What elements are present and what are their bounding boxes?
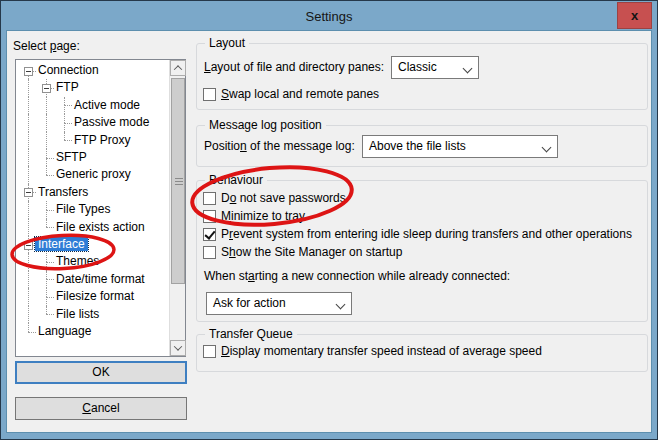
tree-item-passive-mode[interactable]: Passive mode bbox=[71, 115, 152, 129]
cancel-button-label: Cancel bbox=[82, 401, 119, 416]
tree-guide-line bbox=[46, 158, 47, 167]
tree-row-interface: Interface bbox=[16, 236, 169, 253]
show-site-manager-on-startup-label[interactable]: Show the Site Manager on startup bbox=[221, 245, 402, 260]
tree-row-file-exists-action: File exists action bbox=[16, 219, 169, 236]
tree-guide-line bbox=[46, 297, 47, 306]
swap-local-remote-label[interactable]: Swap local and remote panes bbox=[221, 87, 379, 102]
scrollbar-grip-icon bbox=[175, 181, 183, 182]
close-button[interactable]: x bbox=[617, 2, 652, 29]
scrollbar-thumb[interactable] bbox=[171, 78, 185, 284]
tree-guide-line bbox=[28, 79, 29, 96]
scroll-up-button[interactable] bbox=[170, 60, 186, 76]
tree-guide-line bbox=[46, 271, 47, 280]
tree-collapse-icon[interactable] bbox=[42, 84, 51, 93]
tree-item-connection[interactable]: Connection bbox=[35, 63, 102, 77]
tree-item-generic-proxy[interactable]: Generic proxy bbox=[53, 167, 134, 181]
display-momentary-speed-label[interactable]: Display momentary transfer speed instead… bbox=[221, 344, 542, 359]
tree-item-file-types[interactable]: File Types bbox=[53, 202, 113, 216]
tree-guide-line bbox=[46, 132, 47, 149]
tree-guide-line bbox=[64, 97, 65, 106]
message-log-position-combobox[interactable]: Above the file lists bbox=[362, 135, 558, 158]
tree-guide-line bbox=[46, 262, 47, 271]
window-title: Settings bbox=[306, 9, 353, 24]
tree-guide-line bbox=[46, 166, 47, 175]
tree-collapse-icon[interactable] bbox=[24, 241, 33, 250]
tree-item-interface[interactable]: Interface bbox=[35, 237, 88, 251]
tree-row-sftp: SFTP bbox=[16, 149, 169, 166]
panes-layout-label: Layout of file and directory panes: bbox=[204, 60, 384, 75]
tree-item-language[interactable]: Language bbox=[35, 324, 94, 338]
minimize-to-tray-label[interactable]: Minimize to tray bbox=[221, 209, 305, 224]
already-connected-action-combobox[interactable]: Ask for action bbox=[206, 292, 352, 315]
cancel-button[interactable]: Cancel bbox=[15, 397, 187, 420]
settings-dialog: Settings x Select page: ConnectionFTPAct… bbox=[0, 0, 658, 440]
show-site-manager-on-startup-checkbox[interactable] bbox=[203, 246, 216, 259]
tree-guide-line bbox=[28, 306, 29, 323]
page-tree[interactable]: ConnectionFTPActive modePassive modeFTP … bbox=[15, 59, 186, 357]
tree-collapse-icon[interactable] bbox=[24, 67, 33, 76]
tree-row-transfers: Transfers bbox=[16, 184, 169, 201]
tree-item-date-time-format[interactable]: Date/time format bbox=[53, 272, 148, 286]
tree-scrollbar[interactable] bbox=[169, 60, 185, 356]
already-connected-action-value: Ask for action bbox=[213, 296, 286, 311]
group-message-log-title: Message log position bbox=[205, 118, 326, 133]
tree-guide-line bbox=[46, 210, 47, 219]
ok-button[interactable]: OK bbox=[15, 361, 187, 384]
tree-row-passive-mode: Passive mode bbox=[16, 114, 169, 131]
tree-guide-line bbox=[28, 323, 29, 332]
tree-row-generic-proxy: Generic proxy bbox=[16, 166, 169, 183]
tree-item-ftp-proxy[interactable]: FTP Proxy bbox=[71, 133, 133, 147]
tree-item-sftp[interactable]: SFTP bbox=[53, 150, 90, 164]
do-not-save-passwords-label[interactable]: Do not save passwords bbox=[221, 191, 346, 206]
tree-item-file-exists-action[interactable]: File exists action bbox=[53, 220, 148, 234]
tree-guide-line bbox=[46, 253, 47, 262]
tree-guide-line bbox=[28, 114, 29, 131]
tree-guide-line bbox=[46, 149, 47, 158]
tree-guide-line bbox=[64, 105, 65, 114]
prevent-idle-sleep-checkbox[interactable] bbox=[203, 228, 216, 241]
tree-guide-line bbox=[28, 219, 29, 236]
tree-guide-line bbox=[46, 97, 47, 114]
tree-item-active-mode[interactable]: Active mode bbox=[71, 98, 143, 112]
group-transfer-queue-title: Transfer Queue bbox=[205, 327, 297, 342]
select-page-label: Select page: bbox=[13, 39, 80, 54]
chevron-down-icon bbox=[542, 143, 552, 153]
group-layout-title: Layout bbox=[205, 36, 249, 51]
tree-item-themes[interactable]: Themes bbox=[53, 254, 102, 268]
panes-layout-value: Classic bbox=[398, 60, 437, 75]
do-not-save-passwords-checkbox[interactable] bbox=[203, 192, 216, 205]
group-behaviour-title: Behaviour bbox=[205, 173, 267, 188]
tree-guide-line bbox=[46, 219, 47, 228]
tree-guide-line bbox=[46, 288, 47, 297]
minimize-to-tray-checkbox[interactable] bbox=[203, 210, 216, 223]
scroll-down-button[interactable] bbox=[170, 340, 186, 356]
tree-guide-line bbox=[28, 97, 29, 114]
chevron-down-icon bbox=[463, 64, 473, 74]
prevent-idle-sleep-label[interactable]: Prevent system from entering idle sleep … bbox=[221, 227, 632, 242]
display-momentary-speed-checkbox[interactable] bbox=[203, 345, 216, 358]
tree-guide-line bbox=[28, 166, 29, 183]
tree-guide-line bbox=[28, 271, 29, 288]
chevron-down-icon bbox=[336, 300, 346, 310]
tree-item-ftp[interactable]: FTP bbox=[53, 80, 82, 94]
message-log-position-value: Above the file lists bbox=[369, 139, 466, 154]
tree-guide-line bbox=[28, 201, 29, 218]
tree-row-language: Language bbox=[16, 323, 169, 340]
tree-item-file-lists[interactable]: File lists bbox=[53, 307, 102, 321]
title-bar[interactable]: Settings bbox=[1, 1, 657, 31]
close-icon: x bbox=[631, 8, 638, 23]
tree-row-themes: Themes bbox=[16, 253, 169, 270]
tree-item-transfers[interactable]: Transfers bbox=[35, 185, 91, 199]
tree-guide-line bbox=[64, 132, 65, 141]
ok-button-label: OK bbox=[92, 365, 109, 380]
tree-guide-line bbox=[46, 114, 47, 131]
tree-item-filesize-format[interactable]: Filesize format bbox=[53, 289, 137, 303]
when-starting-label: When starting a new connection while alr… bbox=[204, 269, 510, 284]
tree-row-connection: Connection bbox=[16, 62, 169, 79]
panes-layout-combobox[interactable]: Classic bbox=[391, 56, 479, 79]
swap-local-remote-checkbox[interactable] bbox=[203, 88, 216, 101]
tree-row-ftp-proxy: FTP Proxy bbox=[16, 132, 169, 149]
tree-row-filesize-format: Filesize format bbox=[16, 288, 169, 305]
tree-collapse-icon[interactable] bbox=[24, 188, 33, 197]
tree-row-active-mode: Active mode bbox=[16, 97, 169, 114]
